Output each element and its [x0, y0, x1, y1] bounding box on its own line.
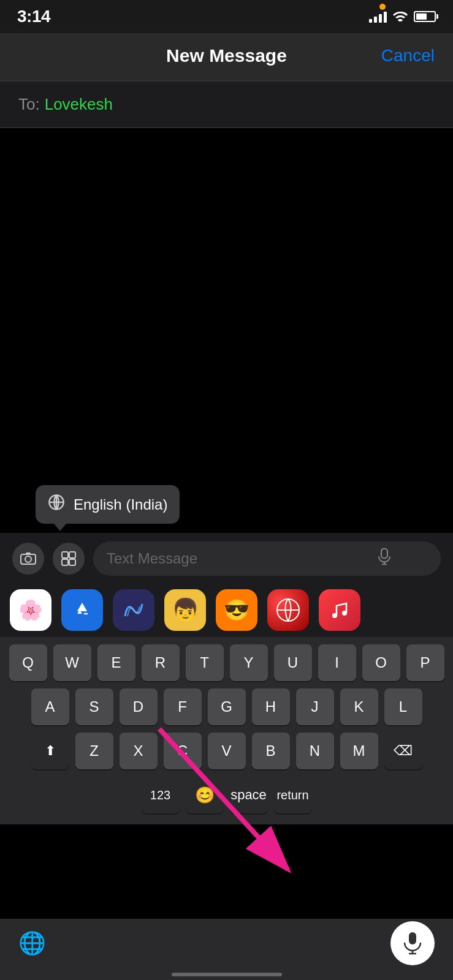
- key-w[interactable]: W: [53, 644, 91, 681]
- key-u[interactable]: U: [274, 644, 312, 681]
- text-message-placeholder: Text Message: [107, 550, 197, 567]
- dictation-button[interactable]: [390, 921, 435, 965]
- language-label: English (India): [74, 496, 167, 513]
- recipient-name: Lovekesh: [45, 95, 113, 114]
- svg-rect-6: [26, 552, 31, 555]
- svg-rect-7: [62, 552, 68, 558]
- key-d[interactable]: D: [120, 688, 158, 725]
- avatar-app-icon[interactable]: 👦: [164, 589, 206, 631]
- photos-app-icon[interactable]: 🌸: [10, 589, 51, 631]
- key-e[interactable]: E: [97, 644, 135, 681]
- header-title: New Message: [166, 45, 287, 66]
- mic-inline-icon: [377, 548, 392, 570]
- cancel-button[interactable]: Cancel: [381, 46, 435, 66]
- key-i[interactable]: I: [318, 644, 356, 681]
- message-header: New Message Cancel: [0, 33, 453, 81]
- key-n[interactable]: N: [296, 733, 334, 769]
- camera-button[interactable]: [12, 543, 44, 575]
- key-c[interactable]: C: [164, 733, 202, 769]
- keyboard-row-2: A S D F G H J K L: [4, 688, 449, 725]
- numbers-key[interactable]: 123: [142, 777, 180, 813]
- key-m[interactable]: M: [340, 733, 378, 769]
- space-key[interactable]: space: [230, 777, 268, 813]
- key-y[interactable]: Y: [230, 644, 268, 681]
- orange-dot: [379, 4, 386, 10]
- keyboard: Q W E R T Y U I O P A S D F G H J K L ⬆ …: [0, 637, 453, 824]
- home-indicator: [172, 973, 282, 976]
- bottom-bar: 🌐: [0, 919, 453, 980]
- svg-point-18: [332, 613, 337, 618]
- key-k[interactable]: K: [340, 688, 378, 725]
- apps-button[interactable]: [53, 543, 85, 575]
- mic-globe-icon: [48, 494, 65, 515]
- svg-point-19: [342, 611, 347, 616]
- input-bar: Text Message: [0, 533, 453, 584]
- keyboard-row-3: ⬆ Z X C V B N M ⌫: [4, 733, 449, 769]
- key-r[interactable]: R: [142, 644, 180, 681]
- svg-rect-10: [69, 559, 75, 565]
- return-key[interactable]: return: [274, 777, 312, 813]
- key-j[interactable]: J: [296, 688, 334, 725]
- delete-key[interactable]: ⌫: [384, 733, 422, 769]
- key-s[interactable]: S: [75, 688, 113, 725]
- memoji-app-icon[interactable]: 😎: [216, 589, 257, 631]
- language-tooltip: English (India): [36, 485, 180, 524]
- text-message-input[interactable]: Text Message: [93, 541, 441, 576]
- app-row: 🌸 👦 😎: [0, 583, 453, 638]
- key-a[interactable]: A: [31, 688, 69, 725]
- key-q[interactable]: Q: [9, 644, 47, 681]
- wifi-icon: [393, 9, 408, 24]
- svg-rect-20: [409, 932, 416, 944]
- keyboard-row-1: Q W E R T Y U I O P: [4, 644, 449, 681]
- key-v[interactable]: V: [208, 733, 246, 769]
- svg-rect-9: [62, 559, 68, 565]
- to-field[interactable]: To: Lovekesh: [0, 81, 453, 128]
- key-x[interactable]: X: [120, 733, 158, 769]
- key-g[interactable]: G: [208, 688, 246, 725]
- message-body[interactable]: [0, 128, 453, 367]
- key-b[interactable]: B: [252, 733, 290, 769]
- key-p[interactable]: P: [406, 644, 444, 681]
- signal-bars-icon: [369, 10, 387, 23]
- globe-button[interactable]: 🌐: [18, 930, 46, 956]
- to-label: To:: [18, 95, 40, 114]
- key-h[interactable]: H: [252, 688, 290, 725]
- emoji-key[interactable]: 😊: [186, 777, 224, 813]
- key-l[interactable]: L: [384, 688, 422, 725]
- soundhound-app-icon[interactable]: [113, 589, 154, 631]
- browser-app-icon[interactable]: [267, 589, 309, 631]
- key-f[interactable]: F: [164, 688, 202, 725]
- battery-icon: [414, 11, 436, 22]
- status-bar: 3:14: [0, 0, 453, 33]
- svg-rect-11: [381, 549, 387, 559]
- key-o[interactable]: O: [362, 644, 400, 681]
- key-z[interactable]: Z: [75, 733, 113, 769]
- music-app-icon[interactable]: [319, 589, 360, 631]
- key-t[interactable]: T: [186, 644, 224, 681]
- svg-line-3: [62, 498, 63, 499]
- appstore-app-icon[interactable]: [61, 589, 103, 631]
- status-icons: [369, 9, 436, 24]
- keyboard-row-4: 123 😊 space return: [4, 777, 449, 813]
- status-time: 3:14: [17, 7, 50, 26]
- shift-key[interactable]: ⬆: [31, 733, 69, 769]
- svg-rect-8: [69, 552, 75, 558]
- svg-point-5: [25, 556, 31, 562]
- svg-line-2: [50, 498, 51, 499]
